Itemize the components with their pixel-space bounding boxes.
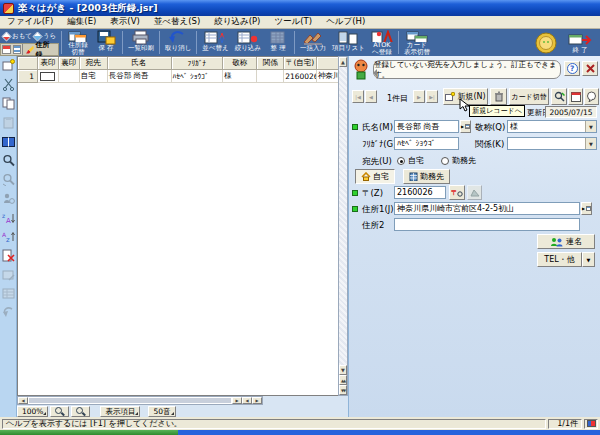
card-switch-button[interactable]: カード切替 <box>509 88 549 105</box>
menu-edit[interactable]: 編集(E) <box>60 16 103 28</box>
header-back-stamp[interactable]: 裏印 <box>59 57 80 70</box>
name-list-button[interactable]: ▶ <box>460 120 471 133</box>
cell-dest[interactable]: 自宅 <box>80 70 108 83</box>
addressbook-switch-button[interactable]: 住所録 切替 <box>64 29 92 56</box>
delete-record-icon[interactable] <box>2 249 15 262</box>
header-front-stamp[interactable]: 表印 <box>38 57 59 70</box>
prev-record-button[interactable]: ◀ <box>365 90 377 103</box>
paste-icon[interactable] <box>2 116 15 129</box>
calendar-button[interactable] <box>568 88 583 105</box>
list-print-button[interactable]: 一覧印刷 <box>125 29 157 56</box>
dest-home-radio[interactable]: 自宅 <box>397 155 424 166</box>
first-record-button[interactable]: |◀ <box>352 90 364 103</box>
zoom-in-button[interactable] <box>50 406 69 417</box>
front-side-label[interactable]: おもて <box>12 32 32 41</box>
header-relation[interactable]: 関係 <box>257 57 284 70</box>
new-card-icon[interactable] <box>2 59 15 72</box>
address-table[interactable]: 表印 裏印 宛先 氏名 ﾌﾘｶﾞﾅ 敬称 関係 〒(自宅) 1 自宅 長谷部 尚… <box>17 56 338 396</box>
undo-button[interactable]: 取り消し <box>162 29 194 56</box>
cell-honorific[interactable]: 様 <box>223 70 257 83</box>
vertical-scrollbar[interactable] <box>338 56 348 396</box>
address1-list-button[interactable]: ▶ <box>581 202 592 215</box>
header-address[interactable] <box>317 57 338 70</box>
tel-etc-button[interactable]: TEL・他 <box>537 252 582 267</box>
search-icon[interactable] <box>2 154 15 167</box>
cell-front-stamp[interactable] <box>38 70 59 83</box>
address2-field[interactable] <box>394 218 580 231</box>
tel-etc-dropdown-icon[interactable] <box>582 252 595 267</box>
filter-button[interactable]: 絞り込み <box>232 29 264 56</box>
address1-field[interactable]: 神奈川県川崎市宮前区4-2-5初山 <box>394 202 580 215</box>
cell-back-stamp[interactable] <box>59 70 80 83</box>
item-list-button[interactable]: 項目リスト <box>329 29 368 56</box>
menu-view[interactable]: 表示(V) <box>103 16 146 28</box>
organize-button[interactable]: 整 理 <box>264 29 292 56</box>
zoom-out-button[interactable] <box>71 406 90 417</box>
tab-work[interactable]: 勤務先 <box>403 169 450 184</box>
zip-lookup-button[interactable]: 〒 <box>449 185 465 200</box>
menu-tools[interactable]: ツール(T) <box>267 16 319 28</box>
list-mode-icon[interactable] <box>13 45 22 54</box>
last-column-icon[interactable] <box>252 397 262 404</box>
cell-zip[interactable]: 2160026 <box>284 70 317 83</box>
title-bar[interactable]: 楽々はがき - [2003住所録.jsr] <box>0 0 600 16</box>
header-honorific[interactable]: 敬称 <box>223 57 257 70</box>
exit-button[interactable]: 終 了 <box>564 31 596 54</box>
relation-select[interactable] <box>507 137 597 150</box>
zoom-level-button[interactable]: 100% <box>17 406 48 417</box>
edit-card-icon[interactable] <box>2 268 15 281</box>
page-up-icon[interactable] <box>339 375 347 385</box>
joint-name-button[interactable]: 連名 <box>537 234 595 249</box>
start-button[interactable] <box>0 430 178 435</box>
delete-record-button[interactable] <box>490 88 507 105</box>
cell-kana[interactable]: ﾊｾﾍﾞ ｼｮｳｺﾞ <box>172 70 224 83</box>
horizontal-scroll-thumb[interactable] <box>28 397 232 404</box>
zip-map-button[interactable] <box>467 185 482 200</box>
zip-print-flag[interactable] <box>352 190 358 196</box>
cell-address[interactable]: 神奈川 <box>317 70 338 83</box>
assistant-toggle-button[interactable] <box>584 88 599 105</box>
header-kana[interactable]: ﾌﾘｶﾞﾅ <box>172 57 224 70</box>
vertical-scroll-track[interactable] <box>339 67 347 365</box>
help-button[interactable]: ? <box>564 61 580 76</box>
scroll-left-icon[interactable] <box>18 397 28 404</box>
close-panel-button[interactable] <box>582 61 598 76</box>
revert-icon[interactable] <box>2 306 15 319</box>
scroll-right-icon[interactable] <box>232 397 242 404</box>
find-person-icon[interactable] <box>2 192 15 205</box>
view-items-button[interactable]: 表示項目 <box>100 406 140 417</box>
cell-relation[interactable] <box>257 70 284 83</box>
scroll-down-icon[interactable] <box>339 365 347 375</box>
batch-input-button[interactable]: 一括入力 <box>297 29 329 56</box>
sort-ascending-icon[interactable]: zA <box>2 211 15 224</box>
atok-register-button[interactable]: ATOK へ登録 <box>368 29 396 56</box>
horizontal-scrollbar[interactable] <box>17 396 263 405</box>
front-mode-icon[interactable] <box>2 45 11 54</box>
dest-work-radio[interactable]: 勤務先 <box>441 155 476 166</box>
zip-field[interactable]: 2160026 <box>394 186 446 199</box>
name-print-flag[interactable] <box>352 124 358 130</box>
last-record-button[interactable]: ▶| <box>426 90 438 103</box>
dropdown-arrow-icon[interactable] <box>585 138 596 149</box>
table-row[interactable]: 1 自宅 長谷部 尚吾 ﾊｾﾍﾞ ｼｮｳｺﾞ 様 2160026 神奈川 <box>18 70 338 83</box>
menu-file[interactable]: ファイル(F) <box>0 16 60 28</box>
menu-sort[interactable]: 並べ替え(S) <box>147 16 207 28</box>
name-field[interactable]: 長谷部 尚吾 <box>394 120 459 133</box>
header-name[interactable]: 氏名 <box>108 57 172 70</box>
page-down-icon[interactable] <box>339 385 347 395</box>
kana-field[interactable]: ﾊｾﾍﾞ ｼｮｳｺﾞ <box>394 137 459 150</box>
front-side-icon[interactable] <box>1 31 11 41</box>
card-view-switch-button[interactable]: カード 表示切替 <box>401 29 433 56</box>
search-record-button[interactable] <box>551 88 567 105</box>
next-record-button[interactable]: ▶ <box>413 90 425 103</box>
first-column-icon[interactable] <box>242 397 252 404</box>
taskbar[interactable] <box>0 430 600 435</box>
item-grid-icon[interactable] <box>2 287 15 300</box>
find-next-icon[interactable] <box>2 173 15 186</box>
cut-icon[interactable] <box>2 78 15 91</box>
copy-icon[interactable] <box>2 97 15 110</box>
assistant-mascot-icon[interactable] <box>352 59 370 80</box>
address1-print-flag[interactable] <box>352 206 358 212</box>
marugoto-badge-icon[interactable] <box>534 31 558 55</box>
row-number[interactable]: 1 <box>18 70 38 83</box>
